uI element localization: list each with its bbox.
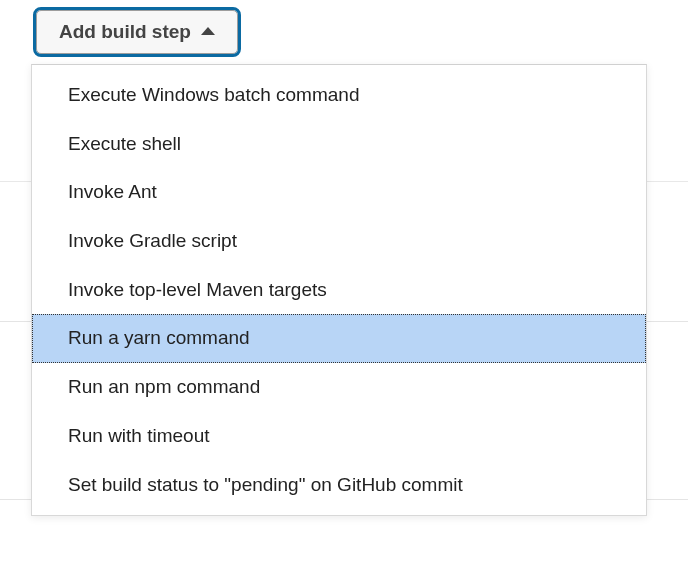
caret-up-icon bbox=[201, 27, 215, 35]
add-build-step-button[interactable]: Add build step bbox=[36, 10, 238, 54]
menu-item-run-yarn[interactable]: Run a yarn command bbox=[32, 314, 646, 363]
menu-item-invoke-maven[interactable]: Invoke top-level Maven targets bbox=[32, 266, 646, 315]
add-build-step-label: Add build step bbox=[59, 21, 191, 43]
build-step-dropdown-menu: Execute Windows batch command Execute sh… bbox=[31, 64, 647, 516]
menu-item-run-npm[interactable]: Run an npm command bbox=[32, 363, 646, 412]
menu-item-execute-shell[interactable]: Execute shell bbox=[32, 120, 646, 169]
menu-item-invoke-ant[interactable]: Invoke Ant bbox=[32, 168, 646, 217]
menu-item-run-timeout[interactable]: Run with timeout bbox=[32, 412, 646, 461]
menu-item-invoke-gradle[interactable]: Invoke Gradle script bbox=[32, 217, 646, 266]
menu-item-execute-windows-batch[interactable]: Execute Windows batch command bbox=[32, 71, 646, 120]
menu-item-set-build-status[interactable]: Set build status to "pending" on GitHub … bbox=[32, 461, 646, 510]
